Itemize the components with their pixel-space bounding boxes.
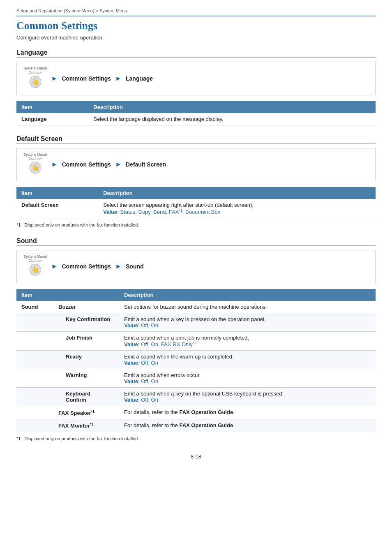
fax-mon-cell: FAX Monitor*1 — [53, 419, 119, 432]
sound-heading: Sound — [16, 237, 376, 246]
kc-item-1 — [16, 313, 53, 332]
nav-common-settings-3: Common Settings — [62, 263, 111, 270]
kbc-sub-cell: KeyboardConfirm — [53, 388, 119, 406]
sound-col-desc: Description — [119, 289, 376, 301]
language-row: Language Select the language displayed o… — [16, 113, 376, 125]
counter-label: Counter — [29, 71, 42, 75]
jf-desc: Emit a sound when a print job is normall… — [119, 332, 376, 351]
language-icon-area: System Menu/ Counter 👆 — [23, 66, 47, 91]
warn-value: Value: Off, On — [124, 378, 158, 384]
default-screen-nav-box: System Menu/ Counter 👆 ► Common Settings… — [16, 148, 376, 182]
language-item-cell: Language — [16, 113, 88, 125]
default-screen-row: Default Screen Select the screen appeari… — [16, 199, 376, 218]
ds-col-item: Item — [16, 187, 98, 199]
kbc-item-1 — [16, 388, 53, 406]
nav-common-settings-2: Common Settings — [62, 161, 111, 168]
jf-value: Value: Off, On, FAX RX Only*1 — [124, 341, 196, 347]
nav-default-screen: Default Screen — [126, 161, 166, 168]
ready-sub-cell: Ready — [53, 351, 119, 369]
language-nav-box: System Menu/ Counter 👆 ► Common Settings… — [16, 62, 376, 95]
counter-label-3: Counter — [29, 259, 42, 263]
fax-monitor-row: FAX Monitor*1 For details, refer to the … — [16, 419, 376, 432]
system-menu-label: System Menu/ — [23, 66, 47, 71]
job-finish-row: Job Finish Emit a sound when a print job… — [16, 332, 376, 351]
kc-sub-cell: Key Confirmation — [53, 313, 119, 332]
ds-item-cell: Default Screen — [16, 199, 98, 218]
warn-item-1 — [16, 369, 53, 388]
ready-value: Value: Off, On — [124, 360, 158, 366]
sound-buzzer-row: Sound Buzzer Set options for buzzer soun… — [16, 301, 376, 313]
buzzer-cell: Buzzer — [53, 301, 119, 313]
default-screen-footnote: *1 Displayed only on products with the f… — [16, 222, 376, 227]
nav-arrow-2: ► — [115, 75, 122, 82]
nav-language: Language — [126, 75, 153, 82]
page-number: 8-18 — [16, 453, 376, 460]
kbc-desc: Emit a sound when a key on the optional … — [119, 388, 376, 406]
svg-text:👆: 👆 — [31, 78, 39, 86]
svg-text:👆: 👆 — [31, 164, 39, 171]
nav-arrow-6: ► — [115, 263, 122, 270]
nav-arrow-5: ► — [51, 263, 58, 270]
hand-icon: 👆 — [28, 75, 43, 91]
nav-arrow-3: ► — [51, 161, 58, 168]
language-heading: Language — [16, 49, 376, 58]
kc-value: Value: Off, On — [124, 322, 158, 328]
kbc-value: Value: Off, On — [124, 397, 158, 403]
language-section: Language System Menu/ Counter 👆 ► Common… — [16, 49, 376, 125]
fax-mon-item-1 — [16, 419, 53, 432]
ds-value: Value: Status, Copy, Send, FAX*1, Docume… — [103, 209, 220, 215]
system-menu-label-3: System Menu/ — [23, 254, 47, 259]
breadcrumb: Setup and Registration (System Menu) > S… — [16, 8, 376, 16]
keyboard-confirm-row: KeyboardConfirm Emit a sound when a key … — [16, 388, 376, 406]
sound-footnote: *1 Displayed only on products with the f… — [16, 436, 376, 441]
kc-desc: Emit a sound when a key is pressed on th… — [119, 313, 376, 332]
warn-desc: Emit a sound when errors occur. Value: O… — [119, 369, 376, 388]
language-col-desc: Description — [88, 101, 376, 113]
default-screen-icon-area: System Menu/ Counter 👆 — [23, 153, 47, 177]
sound-section: Sound System Menu/ Counter 👆 ► Common Se… — [16, 237, 376, 442]
default-screen-section: Default Screen System Menu/ Counter 👆 ► … — [16, 135, 376, 227]
key-confirmation-row: Key Confirmation Emit a sound when a key… — [16, 313, 376, 332]
nav-sound: Sound — [126, 263, 144, 270]
hand-icon-2: 👆 — [28, 161, 43, 177]
nav-arrow-1: ► — [51, 75, 58, 82]
ready-item-1 — [16, 351, 53, 369]
language-col-item: Item — [16, 101, 88, 113]
ready-desc: Emit a sound when the warm-up is complet… — [119, 351, 376, 369]
nav-common-settings-1: Common Settings — [62, 75, 111, 82]
fax-mon-desc: For details, refer to the FAX Operation … — [119, 419, 376, 432]
ready-row: Ready Emit a sound when the warm-up is c… — [16, 351, 376, 369]
fax-spk-cell: FAX Speaker*1 — [53, 406, 119, 419]
sound-icon-area: System Menu/ Counter 👆 — [23, 254, 47, 279]
nav-arrow-4: ► — [115, 161, 122, 168]
counter-label-2: Counter — [29, 157, 42, 161]
language-desc-cell: Select the language displayed on the mes… — [88, 113, 376, 125]
sound-col-item: Item — [16, 289, 53, 301]
warn-sub-cell: Warning — [53, 369, 119, 388]
fax-spk-desc: For details, refer to the FAX Operation … — [119, 406, 376, 419]
fax-speaker-row: FAX Speaker*1 For details, refer to the … — [16, 406, 376, 419]
sound-col-subitem — [53, 289, 119, 301]
jf-sub-cell: Job Finish — [53, 332, 119, 351]
sound-nav-box: System Menu/ Counter 👆 ► Common Settings… — [16, 250, 376, 284]
system-menu-label-2: System Menu/ — [23, 153, 47, 157]
ds-desc-cell: Select the screen appearing right after … — [98, 199, 376, 218]
sound-table: Item Description Sound Buzzer Set option… — [16, 289, 376, 432]
ds-col-desc: Description — [98, 187, 376, 199]
hand-icon-3: 👆 — [28, 263, 43, 279]
default-screen-table: Item Description Default Screen Select t… — [16, 187, 376, 218]
buzzer-desc: Set options for buzzer sound during the … — [119, 301, 376, 313]
svg-text:👆: 👆 — [31, 266, 39, 273]
fax-spk-item-1 — [16, 406, 53, 419]
page-subtitle: Configure overall machine operation. — [16, 35, 376, 41]
sound-item-cell: Sound — [16, 301, 53, 313]
warning-row: Warning Emit a sound when errors occur. … — [16, 369, 376, 388]
jf-item-1 — [16, 332, 53, 351]
language-table: Item Description Language Select the lan… — [16, 101, 376, 125]
page-title: Common Settings — [16, 20, 376, 32]
default-screen-heading: Default Screen — [16, 135, 376, 144]
